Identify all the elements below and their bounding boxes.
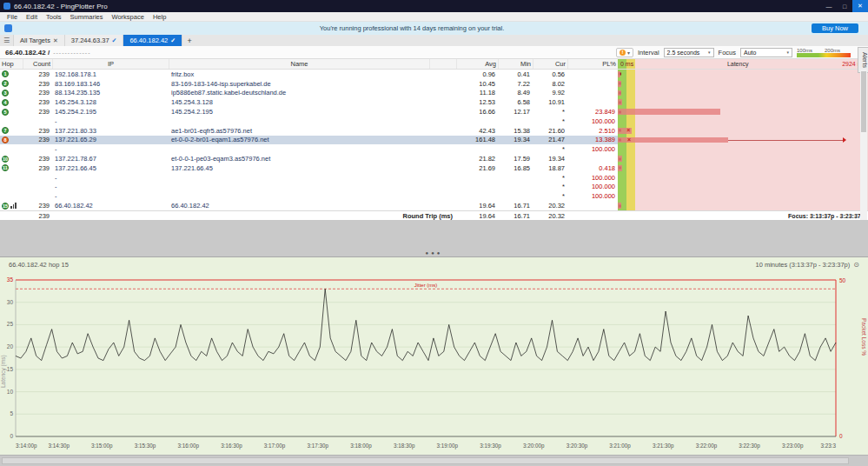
col-hop[interactable]: Hop xyxy=(0,59,23,69)
packet-loss-cell: 0.418 xyxy=(567,163,618,173)
name-cell: 137.221.66.45 xyxy=(169,163,429,173)
close-button[interactable]: ✕ xyxy=(852,0,868,12)
buy-now-button[interactable]: Buy Now xyxy=(812,23,858,33)
col-min[interactable]: Min xyxy=(498,59,533,69)
table-row[interactable]: 7239137.221.80.33ae1-br01-eqfr5.as57976.… xyxy=(0,126,868,136)
svg-text:0: 0 xyxy=(10,433,13,439)
target-header: 66.40.182.42 / ------------- ! ▾ Interva… xyxy=(0,46,868,59)
svg-text:3:22:30p: 3:22:30p xyxy=(739,443,760,449)
name-cell xyxy=(169,116,429,126)
menu-bar: File Edit Tools Summaries Workspace Help xyxy=(0,12,868,22)
table-row[interactable]: 11239137.221.66.45137.221.66.4521.6916.8… xyxy=(0,163,868,173)
col-ip[interactable]: IP xyxy=(52,59,169,69)
hop-cell xyxy=(0,144,23,154)
latency-overflow-arrow-icon xyxy=(843,137,846,143)
cur-cell: * xyxy=(533,116,567,126)
menu-workspace[interactable]: Workspace xyxy=(107,13,148,21)
ip-cell: 88.134.235.135 xyxy=(52,89,169,98)
min-cell: 16.71 xyxy=(498,201,533,210)
maximize-button[interactable]: □ xyxy=(837,0,852,12)
table-row[interactable]: -*100.000 xyxy=(0,116,868,126)
col-pl[interactable]: PL% xyxy=(567,59,618,69)
table-header: Hop Count IP Name Avg Min Cur PL% 0 ms L… xyxy=(0,59,868,70)
min-cell: 19.34 xyxy=(498,136,533,145)
hop-cell: 1 xyxy=(0,70,23,79)
hop-cell xyxy=(0,173,23,183)
svg-text:3:14:00p: 3:14:00p xyxy=(16,443,37,449)
tab-all-targets[interactable]: All Targets ✕ xyxy=(14,35,65,46)
table-row[interactable]: -*100.000 xyxy=(0,191,868,201)
svg-text:5: 5 xyxy=(10,410,13,416)
latency-color-legend: 100ms 200ms xyxy=(797,48,851,57)
menu-summaries[interactable]: Summaries xyxy=(66,13,108,21)
table-row[interactable]: -*100.000 xyxy=(0,183,868,192)
mini-graph-icon xyxy=(10,203,17,209)
table-row[interactable]: 4239145.254.3.128145.254.3.12812.536.581… xyxy=(0,97,868,107)
target-list-icon[interactable]: ☰ xyxy=(0,35,14,46)
packet-loss-cell: 100.000 xyxy=(567,116,618,126)
svg-text:3:17:00p: 3:17:00p xyxy=(264,443,286,449)
table-row[interactable]: 1239192.168.178.1fritz.box0.960.410.56 xyxy=(0,70,868,79)
count-cell: 239 xyxy=(23,97,52,107)
table-row[interactable]: 10239137.221.78.67et-0-0-1-pe03-eqam3.as… xyxy=(0,154,868,163)
col-cur[interactable]: Cur xyxy=(533,59,567,69)
timeline-zoom-icon[interactable]: ⊙ xyxy=(853,261,859,269)
tab-target-2-active[interactable]: 66.40.182.42 ✓ xyxy=(123,35,182,46)
svg-text:3:20:00p: 3:20:00p xyxy=(523,443,545,449)
warning-icon: ! xyxy=(620,50,626,56)
table-row[interactable]: 8239137.221.65.29et-0-0-2-br01-eqam1.as5… xyxy=(0,136,868,145)
menu-file[interactable]: File xyxy=(3,13,22,21)
svg-text:3:19:30p: 3:19:30p xyxy=(480,443,501,449)
svg-text:3:21:30p: 3:21:30p xyxy=(653,443,674,449)
min-cell: 17.59 xyxy=(498,154,533,163)
table-row[interactable]: -*100.000 xyxy=(0,144,868,154)
packet-loss-cell xyxy=(567,89,618,98)
table-row[interactable]: 1523966.40.182.4266.40.182.4219.6416.712… xyxy=(0,201,868,210)
menu-help[interactable]: Help xyxy=(149,13,170,21)
name-cell: 66.40.182.42 xyxy=(169,201,429,210)
pane-splitter[interactable]: ●●● xyxy=(0,220,868,256)
count-cell: 239 xyxy=(23,154,52,163)
packet-loss-cell: 100.000 xyxy=(567,144,618,154)
alert-dropdown[interactable]: ! ▾ xyxy=(616,48,633,57)
table-scrollbar[interactable] xyxy=(860,70,867,220)
latency-range-bar xyxy=(618,71,620,77)
close-tab-icon[interactable]: ✕ xyxy=(53,37,58,44)
minimize-button[interactable]: — xyxy=(821,0,837,12)
table-row[interactable]: 323988.134.235.135ip5886eb87.static.kabe… xyxy=(0,89,868,98)
cur-cell: * xyxy=(533,191,567,201)
new-tab-button[interactable]: + xyxy=(182,35,196,46)
col-name[interactable]: Name xyxy=(169,59,429,69)
avg-cell xyxy=(456,191,498,201)
ip-cell: 137.221.78.67 xyxy=(52,154,169,163)
menu-edit[interactable]: Edit xyxy=(22,13,42,21)
count-cell: 239 xyxy=(23,201,52,210)
latency-scale-min: 0 ms xyxy=(620,61,633,67)
table-row[interactable]: -*100.000 xyxy=(0,173,868,183)
svg-text:3:18:00p: 3:18:00p xyxy=(350,443,372,449)
scrollbar-thumb[interactable] xyxy=(2,457,849,464)
cur-cell: 8.02 xyxy=(533,79,567,89)
interval-select[interactable]: 2.5 seconds ▾ xyxy=(664,48,714,57)
tab-target-1[interactable]: 37.244.63.37 ✓ xyxy=(65,35,124,46)
table-row[interactable]: 223983.169.183.14683-169-183-146-isp.sup… xyxy=(0,79,868,89)
packet-loss-cell: 2.510 xyxy=(567,126,618,136)
tab-label: 37.244.63.37 xyxy=(71,37,109,44)
svg-text:30: 30 xyxy=(7,299,14,305)
focus-select[interactable]: Auto ▾ xyxy=(740,48,792,57)
avg-cell xyxy=(456,144,498,154)
timeline-chart[interactable]: 05101520253035Jitter (ms)5003:14:00p3:14… xyxy=(0,271,868,456)
avg-cell xyxy=(456,173,498,183)
rt-avg: 19.64 xyxy=(456,211,498,220)
name-cell: 83-169-183-146-isp.superkabel.de xyxy=(169,79,429,89)
latency-x-marker: × xyxy=(626,127,630,133)
col-count[interactable]: Count xyxy=(23,59,52,69)
splitter-handle-icon[interactable]: ●●● xyxy=(426,250,443,256)
table-row[interactable]: 5239145.254.2.195145.254.2.19516.6612.17… xyxy=(0,107,868,116)
menu-tools[interactable]: Tools xyxy=(42,13,66,21)
horizontal-scrollbar[interactable] xyxy=(0,455,868,466)
svg-text:3:23:00p: 3:23:00p xyxy=(782,443,804,449)
name-cell xyxy=(169,183,429,192)
col-avg[interactable]: Avg xyxy=(456,59,498,69)
scrollbar-thumb[interactable] xyxy=(861,71,866,132)
